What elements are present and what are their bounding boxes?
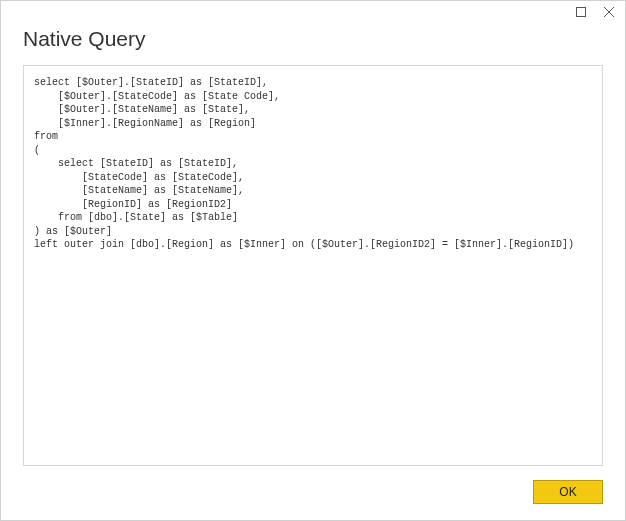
ok-button[interactable]: OK <box>533 480 603 504</box>
dialog-header: Native Query <box>1 27 625 61</box>
dialog-title: Native Query <box>23 27 603 51</box>
query-text: select [$Outer].[StateID] as [StateID], … <box>34 76 592 252</box>
maximize-button[interactable] <box>567 1 595 23</box>
close-icon <box>604 7 614 17</box>
maximize-icon <box>576 7 586 17</box>
dialog-footer: OK <box>1 476 625 520</box>
svg-rect-0 <box>577 8 586 17</box>
native-query-dialog: Native Query select [$Outer].[StateID] a… <box>0 0 626 521</box>
close-button[interactable] <box>595 1 623 23</box>
query-content-area: select [$Outer].[StateID] as [StateID], … <box>23 65 603 466</box>
titlebar <box>1 1 625 27</box>
